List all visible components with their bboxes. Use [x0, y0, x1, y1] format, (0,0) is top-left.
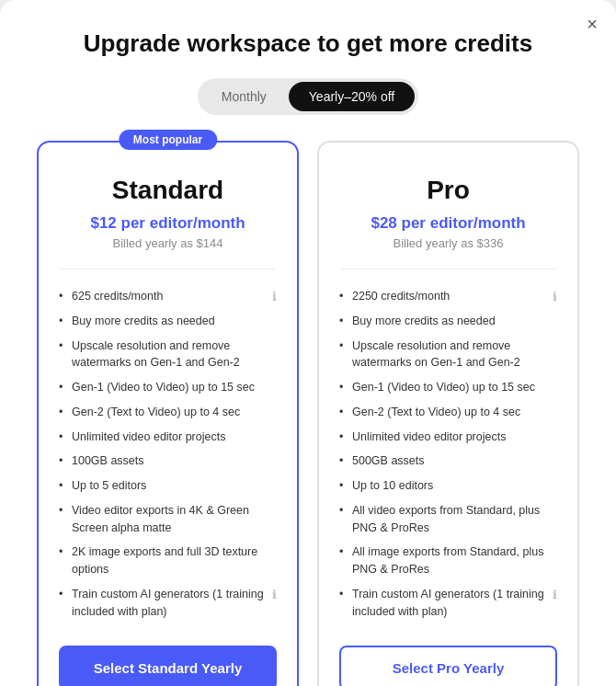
plan-name: Standard — [59, 176, 277, 205]
feature-item: All video exports from Standard, plus PN… — [339, 498, 557, 541]
info-icon: ℹ — [272, 586, 277, 604]
feature-item: Unlimited video editor projects — [339, 425, 557, 450]
feature-item: Gen-1 (Video to Video) up to 15 sec — [339, 375, 557, 400]
plan-card-pro: Pro $28 per editor/month Billed yearly a… — [317, 141, 579, 686]
modal-title: Upgrade workspace to get more credits — [37, 29, 579, 58]
close-button[interactable]: × — [587, 15, 598, 33]
plans-row: Most popular Standard $12 per editor/mon… — [37, 141, 579, 686]
feature-item: Buy more credits as needed — [339, 309, 557, 334]
feature-item: 2K image exports and full 3D texture opt… — [59, 540, 277, 582]
feature-item: Up to 10 editors — [339, 474, 557, 498]
divider — [339, 269, 557, 269]
upgrade-modal: × Upgrade workspace to get more credits … — [0, 0, 616, 686]
feature-item: Gen-1 (Video to Video) up to 15 sec — [59, 375, 277, 400]
feature-item: Buy more credits as needed — [59, 309, 277, 334]
feature-item: Up to 5 editors — [59, 474, 277, 498]
plan-billed: Billed yearly as $336 — [339, 236, 557, 250]
select-plan-button-standard[interactable]: Select Standard Yearly — [59, 646, 277, 686]
feature-item: Video editor exports in 4K & Green Scree… — [59, 498, 277, 541]
billing-toggle: Monthly Yearly–20% off — [198, 78, 418, 115]
feature-item: Unlimited video editor projects — [59, 425, 277, 450]
info-icon: ℹ — [553, 288, 557, 306]
feature-item: ℹTrain custom AI generators (1 training … — [59, 582, 277, 624]
yearly-toggle[interactable]: Yearly–20% off — [289, 82, 415, 111]
feature-item: All image exports from Standard, plus PN… — [339, 540, 557, 582]
plan-billed: Billed yearly as $144 — [59, 236, 277, 250]
feature-item: Upscale resolution and remove watermarks… — [59, 334, 277, 376]
most-popular-badge: Most popular — [119, 130, 217, 150]
monthly-toggle[interactable]: Monthly — [201, 82, 287, 111]
features-list: ℹ625 credits/monthBuy more credits as ne… — [59, 284, 277, 623]
billing-toggle-row: Monthly Yearly–20% off — [37, 78, 579, 115]
feature-item: ℹ625 credits/month — [59, 284, 277, 309]
feature-item: ℹTrain custom AI generators (1 training … — [339, 582, 557, 624]
info-icon: ℹ — [272, 288, 277, 306]
feature-item: ℹ2250 credits/month — [339, 284, 557, 309]
feature-item: Gen-2 (Text to Video) up to 4 sec — [59, 400, 277, 425]
plan-name: Pro — [339, 176, 557, 205]
info-icon: ℹ — [553, 586, 557, 604]
divider — [59, 269, 277, 269]
plan-price: $12 per editor/month — [59, 214, 277, 233]
feature-item: 500GB assets — [339, 449, 557, 474]
feature-item: 100GB assets — [59, 449, 277, 474]
feature-item: Gen-2 (Text to Video) up to 4 sec — [339, 400, 557, 425]
plan-price: $28 per editor/month — [339, 214, 557, 233]
select-plan-button-pro[interactable]: Select Pro Yearly — [339, 646, 557, 686]
plan-card-standard: Most popular Standard $12 per editor/mon… — [37, 141, 299, 686]
features-list: ℹ2250 credits/monthBuy more credits as n… — [339, 284, 557, 623]
feature-item: Upscale resolution and remove watermarks… — [339, 334, 557, 376]
